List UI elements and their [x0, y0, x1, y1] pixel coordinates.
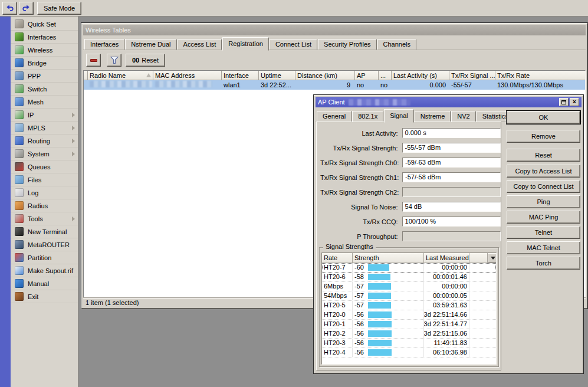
files-icon: [15, 175, 24, 184]
signal-strength-row[interactable]: HT20-5 -57 03:59:31.63: [322, 301, 496, 310]
column-header-distance-km[interactable]: Distance (km): [295, 71, 355, 80]
tab-signal[interactable]: Signal: [384, 109, 414, 123]
field-tx-rx-signal-strength-ch0[interactable]: -59/-63 dBm: [402, 158, 501, 168]
remove-entry-button[interactable]: [86, 54, 101, 67]
tab-general[interactable]: General: [317, 111, 352, 122]
signal-strength-row[interactable]: HT20-3 -56 11:49:11.83: [322, 339, 496, 348]
cell-strength: -57: [353, 291, 424, 300]
sidebar-item-label: Interfaces: [28, 34, 56, 41]
reset-button[interactable]: 00 Reset: [126, 54, 165, 67]
torch-button[interactable]: Torch: [507, 257, 580, 270]
sidebar-item-mpls[interactable]: MPLS: [11, 122, 78, 135]
strength-bar: [368, 264, 389, 271]
undo-button[interactable]: [2, 2, 17, 15]
field-tx-rx-ccq[interactable]: 100/100 %: [402, 217, 501, 227]
sidebar-item-quick-set[interactable]: Quick Set: [11, 18, 78, 31]
sidebar-item-switch[interactable]: Switch: [11, 83, 78, 96]
signal-strength-row[interactable]: HT20-0 -56 3d 22:51:14.66: [322, 310, 496, 320]
field-tx-rx-signal-strength[interactable]: -55/-57 dBm: [402, 143, 501, 153]
sidebar-item-interfaces[interactable]: Interfaces: [11, 31, 78, 44]
column-header-tx-rx-signal[interactable]: Tx/Rx Signal ...: [449, 71, 495, 80]
signal-strength-row[interactable]: 54Mbps -57 00:00:00.05: [322, 291, 496, 301]
column-header-more[interactable]: ...: [379, 71, 392, 80]
tab-registration[interactable]: Registration: [222, 37, 269, 51]
column-header-mac-address[interactable]: MAC Address: [153, 71, 222, 80]
signal-strength-row[interactable]: HT20-6 -58 00:00:01.46: [322, 273, 496, 282]
ok-button[interactable]: OK: [507, 111, 580, 124]
sidebar-item-partition[interactable]: Partition: [11, 251, 78, 264]
tab-access-list[interactable]: Access List: [178, 39, 222, 50]
ping-button[interactable]: Ping: [507, 195, 580, 208]
wireless-tables-titlebar[interactable]: Wireless Tables: [83, 25, 586, 35]
copy-to-connect-list-button[interactable]: Copy to Connect List: [507, 180, 580, 193]
sidebar-item-tools[interactable]: Tools: [11, 212, 78, 225]
column-header-rate[interactable]: Rate: [322, 253, 353, 263]
field-row: Tx/Rx Signal Strength Ch2:: [317, 185, 501, 199]
column-header-uptime[interactable]: Uptime: [259, 71, 295, 80]
column-options-dropdown-button[interactable]: [488, 253, 497, 263]
sidebar-item-log[interactable]: Log: [11, 186, 78, 199]
sidebar-item-system[interactable]: System: [11, 147, 78, 160]
tab-nv2[interactable]: NV2: [451, 111, 475, 122]
cell-last-measured: 00:00:00.05: [424, 291, 469, 300]
tab-connect-list[interactable]: Connect List: [270, 39, 317, 50]
sidebar-item-wireless[interactable]: Wireless: [11, 44, 78, 57]
tab-interfaces[interactable]: Interfaces: [84, 39, 124, 50]
reset-button[interactable]: Reset: [507, 149, 580, 162]
sidebar-item-ip[interactable]: IP: [11, 109, 78, 122]
safe-mode-button[interactable]: Safe Mode: [37, 2, 81, 15]
ap-client-titlebar[interactable]: AP Client ×: [316, 97, 582, 107]
sidebar-item-make-supout-rif[interactable]: Make Supout.rif: [11, 264, 78, 277]
sidebar-item-ppp[interactable]: PPP: [11, 70, 78, 83]
sidebar-item-queues[interactable]: Queues: [11, 160, 78, 173]
column-header-last-measured[interactable]: Last Measured: [424, 253, 469, 263]
signal-strength-row[interactable]: HT20-1 -56 3d 22:51:14.77: [322, 320, 496, 329]
field-last-activity[interactable]: 0.000 s: [402, 128, 501, 138]
signal-strength-row[interactable]: HT20-2 -56 3d 22:51:15.06: [322, 329, 496, 339]
sidebar-item-label: Wireless: [28, 47, 52, 54]
copy-to-access-list-button[interactable]: Copy to Access List: [507, 165, 580, 178]
column-header-strength[interactable]: Strength: [353, 253, 424, 263]
sidebar-item-label: Radius: [28, 202, 48, 209]
field-tx-rx-signal-strength-ch2[interactable]: [402, 187, 501, 197]
cell-rate: HT20-6: [322, 273, 353, 281]
mac-ping-button[interactable]: MAC Ping: [507, 211, 580, 224]
queues-icon: [15, 162, 24, 171]
tab-nstreme-dual[interactable]: Nstreme Dual: [125, 39, 176, 50]
field-label: Signal To Noise:: [320, 204, 398, 211]
sidebar-item-bridge[interactable]: Bridge: [11, 57, 78, 70]
column-header-radio-name[interactable]: Radio Name: [88, 71, 153, 80]
field-signal-to-noise[interactable]: 54 dB: [402, 202, 501, 212]
maximize-button[interactable]: [559, 98, 569, 106]
sidebar-item-new-terminal[interactable]: New Terminal: [11, 225, 78, 238]
tab-nstreme[interactable]: Nstreme: [415, 111, 451, 122]
sidebar-item-mesh[interactable]: Mesh: [11, 96, 78, 109]
signal-strength-row[interactable]: 6Mbps -57 00:00:00: [322, 282, 496, 291]
sidebar-item-exit[interactable]: Exit: [11, 290, 78, 303]
mac-telnet-button[interactable]: MAC Telnet: [507, 241, 580, 254]
sidebar-item-metarouter[interactable]: MetaROUTER: [11, 238, 78, 251]
column-header-ap[interactable]: AP: [355, 71, 379, 80]
registration-row[interactable]: wlan1 3d 22:52... 9 no no 0.000 -55/-57 …: [84, 80, 585, 90]
signal-strength-row[interactable]: HT20-7 -60 00:00:00: [322, 263, 496, 273]
tab-channels[interactable]: Channels: [377, 39, 416, 50]
remove-button[interactable]: Remove: [507, 130, 580, 143]
redo-button[interactable]: [19, 2, 34, 15]
field-p-throughput[interactable]: [402, 231, 501, 241]
sidebar-item-radius[interactable]: Radius: [11, 199, 78, 212]
filter-button[interactable]: [107, 54, 121, 67]
telnet-button[interactable]: Telnet: [507, 226, 580, 239]
tab-802-1x[interactable]: 802.1x: [352, 111, 383, 122]
column-header-interface[interactable]: Interface: [222, 71, 259, 80]
close-button[interactable]: ×: [570, 98, 579, 106]
strength-value: -60: [354, 264, 368, 271]
sidebar-item-manual[interactable]: Manual: [11, 277, 78, 290]
tab-security-profiles[interactable]: Security Profiles: [318, 39, 376, 50]
column-header-last-activity-s[interactable]: Last Activity (s): [392, 71, 449, 80]
field-tx-rx-signal-strength-ch1[interactable]: -57/-58 dBm: [402, 172, 501, 182]
cell-rate: HT20-2: [322, 329, 353, 338]
sidebar-item-routing[interactable]: Routing: [11, 135, 78, 147]
sidebar-item-files[interactable]: Files: [11, 173, 78, 186]
column-header-tx-rx-rate[interactable]: Tx/Rx Rate: [495, 71, 586, 80]
signal-strength-row[interactable]: HT20-4 -56 06:10:36.98: [322, 348, 496, 358]
